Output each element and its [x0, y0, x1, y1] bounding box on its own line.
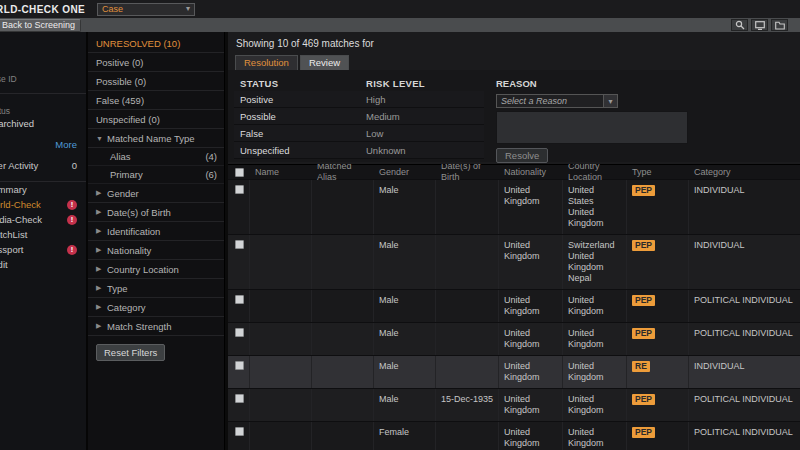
filter-group-category[interactable]: ▶Category [88, 298, 224, 317]
screen-icon[interactable] [751, 19, 768, 31]
row-checkbox[interactable] [235, 427, 244, 436]
type-badge: PEP [632, 394, 655, 405]
table-row[interactable]: MaleUnited KingdomUnited StatesUnited Ki… [228, 180, 800, 235]
select-all-checkbox[interactable] [235, 168, 244, 177]
chevron-right-icon: ▶ [96, 189, 102, 197]
cell-type: PEP [627, 290, 689, 322]
cell-matched-alias [312, 356, 374, 388]
status-option-unspecified[interactable]: Unspecified [234, 145, 362, 156]
chevron-right-icon: ▶ [96, 265, 102, 273]
back-to-screening-button[interactable]: Back to Screening [0, 19, 81, 32]
row-checkbox[interactable] [235, 361, 244, 370]
cell-type: RE [627, 356, 689, 388]
resolve-button[interactable]: Resolve [496, 148, 548, 163]
risk-option-high[interactable]: High [362, 94, 484, 105]
status-label: Status [0, 106, 86, 116]
column-header-type[interactable]: Type [627, 167, 689, 178]
table-row[interactable]: MaleUnited KingdomUnited KingdomPEPPOLIT… [228, 323, 800, 356]
filter-group-label: Date(s) of Birth [107, 207, 171, 218]
row-checkbox[interactable] [235, 185, 244, 194]
filter-option-alias[interactable]: Alias(4) [88, 148, 224, 166]
tab-review[interactable]: Review [300, 55, 349, 70]
chevron-right-icon: ▶ [96, 227, 102, 235]
tab-resolution[interactable]: Resolution [235, 55, 298, 70]
status-option-false[interactable]: False [234, 128, 362, 139]
more-link[interactable]: More [0, 139, 86, 150]
risk-option-unknown[interactable]: Unknown [362, 145, 484, 156]
reset-filters-button[interactable]: Reset Filters [96, 344, 165, 361]
filter-status-item[interactable]: Positive (0) [88, 53, 224, 72]
sidebar-item-passport[interactable]: Passport! [0, 242, 86, 257]
filter-status-item[interactable]: UNRESOLVED (10) [88, 34, 224, 53]
filter-option-primary[interactable]: Primary(6) [88, 166, 224, 184]
filter-group-date-s-of-birth[interactable]: ▶Date(s) of Birth [88, 203, 224, 222]
cell-name [250, 180, 312, 234]
row-checkbox[interactable] [235, 240, 244, 249]
filter-option-count: (4) [205, 151, 217, 162]
filter-group-gender[interactable]: ▶Gender [88, 184, 224, 203]
sidebar-item-label: Media-Check [0, 214, 42, 225]
results-summary: Showing 10 of 469 matches for [228, 32, 800, 55]
alert-icon: ! [67, 245, 77, 255]
filter-group-match-strength[interactable]: ▶Match Strength [88, 317, 224, 336]
filter-group-country-location[interactable]: ▶Country Location [88, 260, 224, 279]
filter-group-matched-name-type[interactable]: ▼ Matched Name Type [88, 129, 224, 148]
table-row[interactable]: MaleUnited KingdomUnited KingdomPEPPOLIT… [228, 290, 800, 323]
sidebar-item-world-check[interactable]: World-Check! [0, 197, 86, 212]
cell-type: PEP [627, 323, 689, 355]
status-option-possible[interactable]: Possible [234, 111, 362, 122]
row-checkbox[interactable] [235, 295, 244, 304]
country-line: United Kingdom [568, 394, 622, 416]
filter-group-label: Identification [107, 226, 160, 237]
filter-group-type[interactable]: ▶Type [88, 279, 224, 298]
alert-icon: ! [67, 200, 77, 210]
status-filter-list: UNRESOLVED (10)Positive (0)Possible (0)F… [88, 34, 224, 129]
tab-bar: ResolutionReview [228, 55, 800, 70]
table-row[interactable]: MaleUnited KingdomSwitzerlandUnited King… [228, 235, 800, 290]
sidebar-item-watchlist[interactable]: WatchList [0, 227, 86, 242]
status-option-positive[interactable]: Positive [234, 94, 362, 105]
cell-category: POLITICAL INDIVIDUAL [689, 290, 800, 322]
filter-status-item[interactable]: Possible (0) [88, 72, 224, 91]
folder-icon[interactable] [771, 19, 788, 31]
case-dropdown[interactable]: Case ▾ [97, 3, 195, 16]
country-line: Switzerland [568, 240, 622, 251]
filter-group-nationality[interactable]: ▶Nationality [88, 241, 224, 260]
risk-option-medium[interactable]: Medium [362, 111, 484, 122]
table-row[interactable]: Male15-Dec-1935United KingdomUnited King… [228, 389, 800, 422]
toolbar-icons [731, 19, 788, 31]
sidebar-item-audit[interactable]: Audit [0, 257, 86, 272]
matched-name-type-options: Alias(4)Primary(6) [88, 148, 224, 184]
filter-status-label: UNRESOLVED (10) [96, 38, 180, 49]
row-checkbox[interactable] [235, 328, 244, 337]
row-checkbox-cell [228, 323, 250, 355]
row-checkbox[interactable] [235, 394, 244, 403]
table-row[interactable]: FemaleUnited KingdomUnited KingdomPEPPOL… [228, 422, 800, 450]
cell-country-location: United StatesUnited Kingdom [563, 180, 627, 234]
cell-date-of-birth: 15-Dec-1935 [436, 389, 499, 421]
country-line: United Kingdom [568, 251, 622, 273]
column-header-nat[interactable]: Nationality [499, 167, 563, 178]
cell-type: PEP [627, 422, 689, 450]
column-header-name[interactable]: Name [250, 167, 312, 178]
cell-category: INDIVIDUAL [689, 235, 800, 289]
filter-status-item[interactable]: False (459) [88, 91, 224, 110]
filter-status-item[interactable]: Unspecified (0) [88, 110, 224, 129]
sidebar-item-media-check[interactable]: Media-Check! [0, 212, 86, 227]
chevron-expanded-icon: ▼ [96, 135, 102, 142]
risk-option-low[interactable]: Low [362, 128, 484, 139]
cell-category: INDIVIDUAL [689, 180, 800, 234]
filter-group-identification[interactable]: ▶Identification [88, 222, 224, 241]
sidebar-item-summary[interactable]: Summary [0, 182, 86, 197]
type-badge: RE [632, 361, 650, 372]
filter-status-label: Positive (0) [96, 57, 144, 68]
reason-select[interactable]: Select a Reason ▾ [496, 94, 618, 108]
cell-gender: Male [374, 235, 436, 289]
column-header-gender[interactable]: Gender [374, 167, 436, 178]
table-row[interactable]: MaleUnited KingdomUnited KingdomREINDIVI… [228, 356, 800, 389]
column-header-cat[interactable]: Category [689, 167, 800, 178]
reason-textarea[interactable] [496, 111, 688, 144]
search-icon[interactable] [731, 19, 748, 31]
row-checkbox-cell [228, 180, 250, 234]
cell-category: POLITICAL INDIVIDUAL [689, 389, 800, 421]
